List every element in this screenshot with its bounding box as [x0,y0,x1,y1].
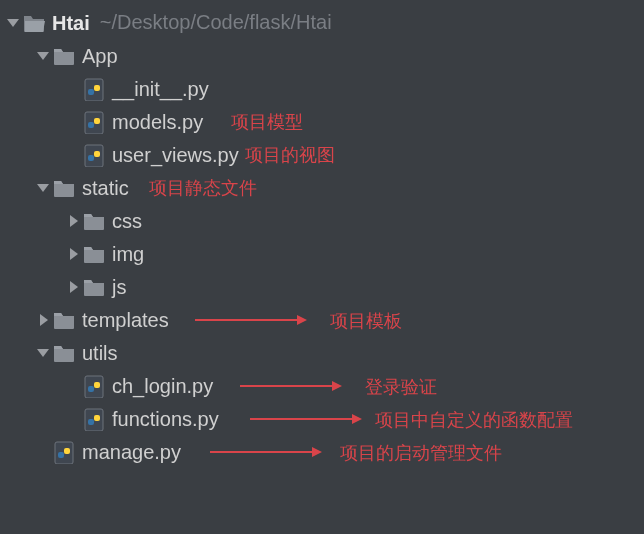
tree-row-folder[interactable]: App [0,39,644,72]
node-label: ch_login.py [112,374,213,398]
folder-icon [52,176,76,200]
chevron-down-icon[interactable] [34,48,52,64]
folder-icon [82,275,106,299]
arrow-icon [250,418,360,420]
python-file-icon [82,374,106,398]
root-path: ~/Desktop/Code/flask/Htai [100,11,332,34]
folder-icon [82,242,106,266]
chevron-down-icon[interactable] [4,15,22,31]
chevron-right-icon[interactable] [64,279,82,295]
chevron-right-icon[interactable] [34,312,52,328]
chevron-right-icon[interactable] [64,213,82,229]
node-label: img [112,242,144,266]
folder-icon [52,44,76,68]
chevron-down-icon[interactable] [34,180,52,196]
annotation-text: 项目静态文件 [149,176,257,200]
node-label: static [82,176,129,200]
node-label: manage.py [82,440,181,464]
arrow-icon [195,319,305,321]
tree-row-folder[interactable]: static 项目静态文件 [0,171,644,204]
node-label: utils [82,341,118,365]
python-file-icon [82,143,106,167]
tree-row-file[interactable]: models.py 项目模型 [0,105,644,138]
tree-row-folder[interactable]: templates 项目模板 [0,303,644,336]
python-file-icon [82,407,106,431]
tree-row-root[interactable]: Htai ~/Desktop/Code/flask/Htai [0,6,644,39]
tree-row-file[interactable]: user_views.py 项目的视图 [0,138,644,171]
tree-row-file[interactable]: functions.py 项目中自定义的函数配置 [0,402,644,435]
folder-icon [82,209,106,233]
arrow-icon [210,451,320,453]
tree-row-folder[interactable]: css [0,204,644,237]
annotation-text: 项目的启动管理文件 [340,441,502,465]
folder-open-icon [22,11,46,35]
node-label: __init__.py [112,77,209,101]
project-tree: Htai ~/Desktop/Code/flask/Htai App __ini… [0,0,644,468]
node-label: App [82,44,118,68]
annotation-text: 项目模板 [330,309,402,333]
arrow-icon [240,385,340,387]
annotation-text: 登录验证 [365,375,437,399]
annotation-text: 项目中自定义的函数配置 [375,408,573,432]
node-label: models.py [112,110,203,134]
node-label: functions.py [112,407,219,431]
tree-row-folder[interactable]: js [0,270,644,303]
node-label: js [112,275,126,299]
python-file-icon [82,77,106,101]
tree-row-folder[interactable]: utils [0,336,644,369]
tree-row-file[interactable]: __init__.py [0,72,644,105]
python-file-icon [52,440,76,464]
annotation-text: 项目模型 [231,110,303,134]
node-label: user_views.py [112,143,239,167]
tree-row-file[interactable]: ch_login.py 登录验证 [0,369,644,402]
folder-icon [52,308,76,332]
chevron-right-icon[interactable] [64,246,82,262]
folder-icon [52,341,76,365]
tree-row-folder[interactable]: img [0,237,644,270]
node-label: templates [82,308,169,332]
root-name: Htai [52,11,90,35]
node-label: css [112,209,142,233]
annotation-text: 项目的视图 [245,143,335,167]
chevron-down-icon[interactable] [34,345,52,361]
tree-row-file[interactable]: manage.py 项目的启动管理文件 [0,435,644,468]
python-file-icon [82,110,106,134]
